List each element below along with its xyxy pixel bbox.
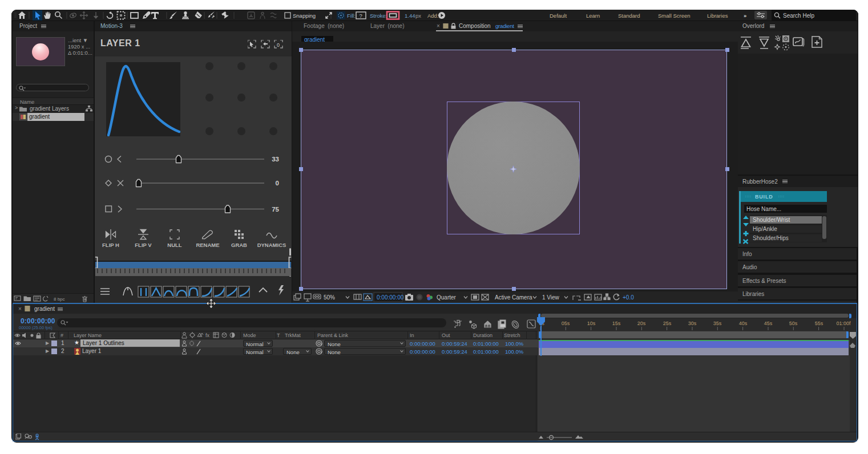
svg-text:NULL: NULL bbox=[167, 242, 182, 248]
svg-text:0: 0 bbox=[276, 180, 279, 187]
svg-text:Fill:: Fill: bbox=[347, 13, 356, 19]
svg-text:fx: fx bbox=[205, 333, 210, 338]
svg-text:?: ? bbox=[360, 13, 362, 19]
svg-text:45s: 45s bbox=[764, 321, 773, 326]
svg-text:Active Camera: Active Camera bbox=[495, 294, 532, 301]
svg-text:1.44: 1.44 bbox=[405, 13, 415, 19]
svg-text:1 View: 1 View bbox=[542, 294, 560, 301]
svg-text:0: 0 bbox=[277, 42, 280, 48]
svg-text:20s: 20s bbox=[637, 321, 646, 326]
svg-text:Stroke:: Stroke: bbox=[370, 13, 387, 19]
svg-text:px: px bbox=[415, 13, 421, 19]
svg-text:FLIP V: FLIP V bbox=[135, 242, 152, 248]
svg-text:50%: 50% bbox=[324, 294, 335, 301]
svg-text:55s: 55s bbox=[815, 321, 823, 326]
svg-text:+: + bbox=[212, 15, 213, 19]
svg-text:0:00:00:00: 0:00:00:00 bbox=[377, 294, 404, 301]
svg-text:10s: 10s bbox=[587, 321, 596, 326]
svg-text:01:00f: 01:00f bbox=[836, 321, 851, 326]
svg-text:40s: 40s bbox=[739, 321, 748, 326]
svg-text:25s: 25s bbox=[663, 321, 672, 326]
svg-text:75: 75 bbox=[272, 206, 279, 213]
svg-text:33: 33 bbox=[272, 156, 279, 163]
svg-text:Quarter: Quarter bbox=[437, 294, 457, 301]
svg-text:FLIP H: FLIP H bbox=[102, 242, 119, 248]
svg-text:50s: 50s bbox=[789, 321, 798, 326]
svg-text:15s: 15s bbox=[612, 321, 621, 326]
svg-text:DYNAMICS: DYNAMICS bbox=[257, 242, 286, 248]
svg-text:8 bpc: 8 bpc bbox=[54, 297, 65, 302]
svg-text:+0.0: +0.0 bbox=[623, 294, 634, 301]
svg-text:GRAB: GRAB bbox=[231, 242, 247, 248]
svg-text:05s: 05s bbox=[562, 321, 570, 326]
svg-text:RENAME: RENAME bbox=[196, 242, 219, 248]
svg-text:Snapping: Snapping bbox=[293, 13, 316, 19]
svg-text:Add:: Add: bbox=[427, 13, 439, 19]
svg-text:30s: 30s bbox=[688, 321, 697, 326]
svg-text:35s: 35s bbox=[713, 321, 722, 326]
